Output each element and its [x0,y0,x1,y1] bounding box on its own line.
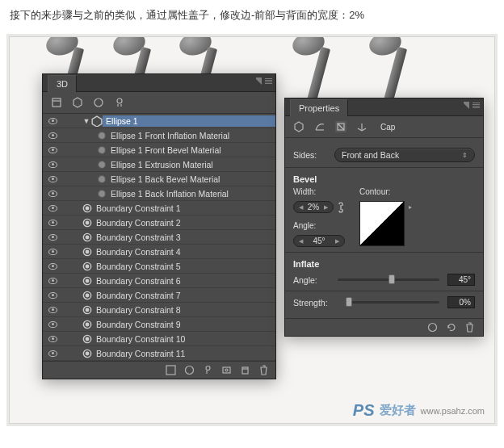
contour-open-icon[interactable]: ▸ [406,201,414,212]
instruction-text: 接下的来步骤与之前的类似，通过属性盖子，修改边-前部与背面的宽度：2% [0,0,504,34]
layer-row[interactable]: Ellipse 1 Extrusion Material [43,157,275,172]
inflate-angle-slider[interactable] [338,278,439,281]
svg-point-3 [117,98,122,103]
panel-3d-tabbar: 3D [43,74,275,92]
reset-icon[interactable] [446,322,456,333]
collapse-icon[interactable] [462,102,469,109]
tab-3d[interactable]: 3D [48,75,77,92]
visibility-icon[interactable] [46,249,59,255]
layer-row[interactable]: Ellipse 1 Back Inflation Material [43,186,275,201]
layer-row[interactable]: Ellipse 1 Front Inflation Material [43,128,275,143]
panel-menu-icon[interactable] [472,102,480,109]
constraint-icon [82,305,93,315]
sides-select[interactable]: Front and Back ⇕ [334,148,475,162]
filter-materials-icon[interactable] [93,97,104,108]
layer-label: Ellipse 1 [103,115,275,127]
visibility-icon[interactable] [46,263,59,270]
new-light-icon[interactable] [203,365,213,375]
visibility-icon[interactable] [46,278,59,284]
contour-picker[interactable] [359,201,405,246]
constraint-icon [82,320,93,329]
visibility-icon[interactable] [46,292,59,299]
svg-point-35 [206,366,210,371]
visibility-icon[interactable] [46,321,59,328]
layer-label: Ellipse 1 Front Inflation Material [107,131,275,140]
angle-value: 45° [313,237,325,245]
tab-properties[interactable]: Properties [290,99,348,116]
mat-icon [96,160,107,170]
render-icon[interactable] [221,365,232,375]
panel-menu-icon[interactable] [265,77,272,85]
visibility-icon[interactable] [46,118,59,124]
filter-meshes-icon[interactable] [72,97,83,108]
layer-label: Boundary Constraint 9 [93,320,275,329]
layer-row[interactable]: Boundary Constraint 4 [43,245,275,259]
layer-row[interactable]: Boundary Constraint 7 [43,288,275,303]
angle-stepper[interactable]: ◀ 45° ▶ [293,235,345,247]
coordinates-icon[interactable] [356,121,368,132]
visibility-icon[interactable] [46,336,59,342]
deform-icon[interactable] [314,121,326,132]
strength-value[interactable]: 0% [447,296,475,308]
visibility-icon[interactable] [46,191,59,197]
chevron-right-icon: ▶ [335,238,339,245]
layer-row[interactable]: Boundary Constraint 9 [43,317,275,332]
footer-icon[interactable] [184,365,195,375]
angle-label: Angle: [293,221,345,230]
svg-point-20 [86,265,89,268]
layer-list[interactable]: ▼Ellipse 1Ellipse 1 Front Inflation Mate… [43,114,275,361]
visibility-icon[interactable] [46,234,59,241]
layer-row[interactable]: Boundary Constraint 11 [43,346,275,361]
svg-point-34 [186,366,194,375]
props-subtab-label: Cap [380,123,395,132]
visibility-icon[interactable] [46,176,59,182]
layer-label: Boundary Constraint 4 [93,247,275,257]
panel-props-tabbar: Properties [285,98,483,116]
svg-point-8 [98,161,105,168]
filter-lights-icon[interactable] [114,97,125,108]
strength-slider[interactable] [346,301,439,304]
layer-row[interactable]: Ellipse 1 Front Bevel Material [43,143,275,157]
panel-3d-footer [43,361,275,379]
visibility-icon[interactable] [46,307,59,313]
watermark-logo: PS [353,401,375,420]
visibility-icon[interactable] [46,220,59,226]
layer-row[interactable]: ▼Ellipse 1 [43,114,275,128]
sides-label: Sides: [293,150,330,160]
layer-label: Ellipse 1 Extrusion Material [107,160,275,170]
inflate-angle-value[interactable]: 45° [447,274,475,286]
render-icon[interactable] [427,322,438,333]
sides-value: Front and Back [342,150,399,160]
twist-icon[interactable]: ▼ [82,117,91,125]
constraint-icon [82,334,93,344]
delete-icon[interactable] [464,322,475,333]
filter-scene-icon[interactable] [51,97,62,108]
delete-icon[interactable] [258,365,269,375]
layer-label: Boundary Constraint 2 [93,218,275,228]
layer-row[interactable]: Boundary Constraint 8 [43,303,275,317]
width-stepper[interactable]: ◀ 2% ▶ [293,201,334,213]
visibility-icon[interactable] [46,132,59,139]
cap-icon[interactable] [335,121,346,132]
new-icon[interactable] [240,365,250,375]
layer-row[interactable]: Boundary Constraint 3 [43,230,275,245]
visibility-icon[interactable] [46,161,59,168]
visibility-icon[interactable] [46,147,59,153]
footer-icon[interactable] [166,365,176,375]
visibility-icon[interactable] [46,350,59,357]
collapse-icon[interactable] [254,77,262,85]
layer-row[interactable]: Boundary Constraint 6 [43,274,275,288]
layer-row[interactable]: Boundary Constraint 10 [43,332,275,346]
constraint-icon [82,349,93,358]
layer-row[interactable]: Boundary Constraint 2 [43,216,275,230]
layer-row[interactable]: Ellipse 1 Back Bevel Material [43,172,275,186]
svg-point-16 [86,236,89,239]
mesh-icon[interactable] [293,121,304,132]
constraint-icon [82,291,93,300]
svg-point-6 [98,132,105,139]
link-icon[interactable] [337,202,345,213]
layer-label: Boundary Constraint 8 [93,305,275,315]
layer-row[interactable]: Boundary Constraint 1 [43,201,275,216]
visibility-icon[interactable] [46,205,59,211]
layer-row[interactable]: Boundary Constraint 5 [43,259,275,274]
